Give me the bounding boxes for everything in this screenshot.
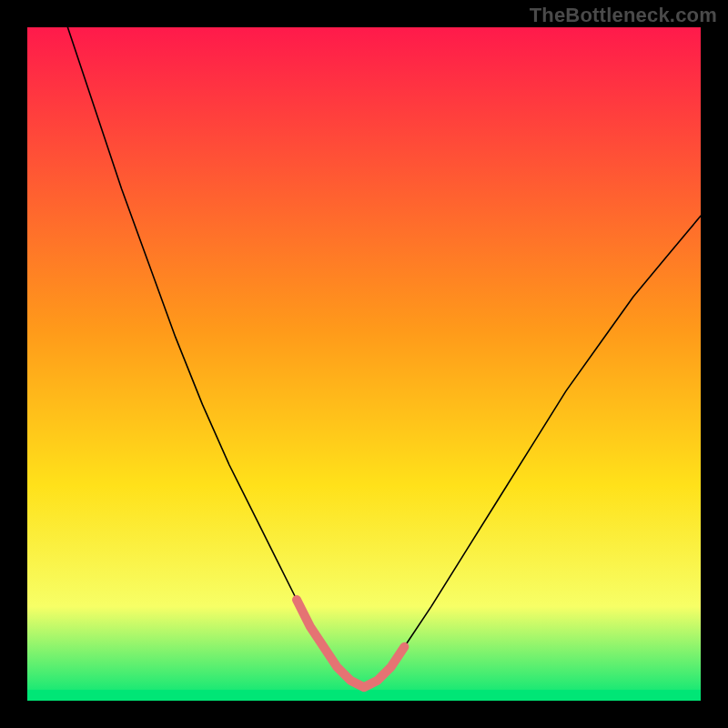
gradient-background xyxy=(27,27,701,701)
chart-frame: TheBottleneck.com xyxy=(0,0,728,728)
plot-area xyxy=(27,27,701,701)
watermark-text: TheBottleneck.com xyxy=(530,4,717,27)
chart-svg xyxy=(27,27,701,701)
